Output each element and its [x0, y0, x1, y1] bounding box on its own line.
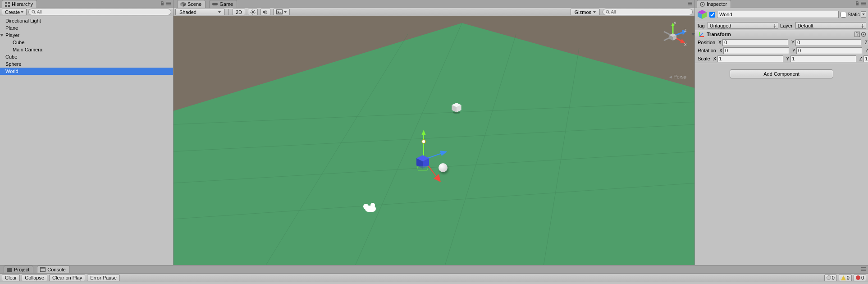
tab-project[interactable]: Project — [4, 266, 33, 273]
hierarchy-tree[interactable]: Directional LightPlanePlayerCubeMain Cam… — [0, 16, 173, 265]
hierarchy-item[interactable]: Sphere — [0, 60, 173, 68]
2d-toggle[interactable]: 2D — [233, 9, 245, 15]
svg-rect-78 — [41, 268, 46, 272]
hierarchy-item[interactable]: Directional Light — [0, 17, 173, 24]
scale-y-field[interactable] — [790, 55, 856, 62]
console-toolbar: Clear Collapse Clear on Play Error Pause… — [0, 274, 868, 282]
folder-icon — [7, 267, 12, 272]
svg-point-8 — [32, 10, 35, 13]
gizmos-dropdown[interactable]: Gizmos — [571, 9, 600, 15]
axis-z-label: z — [684, 27, 687, 32]
hierarchy-tab-label: Hierarchy — [12, 1, 33, 7]
svg-rect-10 — [212, 3, 218, 5]
svg-marker-83 — [841, 275, 846, 280]
bottom-tab-row: Project Console — [0, 266, 868, 274]
add-component-button[interactable]: Add Component — [730, 69, 833, 78]
tag-dropdown[interactable]: Untagged‡ — [708, 22, 778, 29]
effects-toggle[interactable] — [273, 9, 290, 15]
axis-x-label: x — [684, 41, 687, 47]
scale-row: Scale X Y Z — [695, 55, 868, 63]
scale-x-field[interactable] — [717, 55, 783, 62]
shading-mode-label: Shaded — [179, 9, 196, 15]
svg-marker-50 — [417, 167, 428, 170]
scene-search-input[interactable] — [611, 9, 690, 14]
tab-hierarchy[interactable]: Hierarchy — [2, 0, 37, 8]
warn-count[interactable]: 0 — [839, 275, 852, 281]
game-icon — [212, 2, 218, 6]
hierarchy-item[interactable]: Main Camera — [0, 46, 173, 53]
tab-inspector[interactable]: Inspector — [697, 0, 731, 8]
shading-mode-dropdown[interactable]: Shaded — [175, 9, 225, 15]
svg-point-39 — [453, 112, 461, 114]
foldout-icon[interactable] — [1, 33, 5, 37]
clear-on-play-button[interactable]: Clear on Play — [49, 275, 85, 281]
scene-viewport[interactable]: y x z ◂ Persp — [174, 16, 694, 265]
hierarchy-item[interactable]: Cube — [0, 53, 173, 60]
static-checkbox[interactable] — [841, 12, 846, 18]
orientation-gizmo[interactable]: y x z — [658, 22, 687, 58]
lighting-toggle[interactable] — [248, 9, 258, 15]
layer-dropdown[interactable]: Default‡ — [795, 22, 866, 29]
axis-y-label: y — [674, 22, 676, 25]
panel-lock-icon[interactable] — [854, 1, 860, 6]
svg-rect-4 — [161, 3, 164, 5]
static-dropdown[interactable] — [861, 11, 866, 18]
hierarchy-toolbar: Create — [0, 8, 173, 16]
warn-count-value: 0 — [847, 275, 850, 280]
svg-line-21 — [251, 13, 251, 14]
svg-marker-43 — [440, 151, 447, 156]
svg-rect-80 — [861, 267, 866, 268]
hierarchy-item-label: World — [5, 69, 18, 74]
hierarchy-item-label: Main Camera — [13, 47, 42, 52]
panel-lock-icon[interactable] — [160, 1, 165, 6]
help-icon[interactable]: ? — [854, 32, 860, 37]
svg-text:?: ? — [856, 32, 859, 37]
info-count[interactable]: 0 — [824, 275, 837, 281]
position-x-field[interactable] — [722, 39, 788, 46]
panel-menu-icon[interactable] — [687, 1, 693, 6]
transform-header[interactable]: Transform ? — [695, 30, 868, 38]
panel-menu-icon[interactable] — [861, 266, 866, 272]
position-y-field[interactable] — [795, 39, 861, 46]
hierarchy-item-label: Player — [5, 32, 19, 38]
error-pause-button[interactable]: Error Pause — [87, 275, 120, 281]
position-label: Position — [698, 40, 715, 45]
panel-menu-icon[interactable] — [166, 1, 171, 6]
rotation-x-field[interactable] — [723, 47, 789, 54]
error-count[interactable]: 0 — [854, 275, 866, 281]
gameobject-name-field[interactable] — [717, 11, 839, 18]
hierarchy-search-input[interactable] — [37, 9, 168, 14]
chevron-down-icon — [218, 11, 221, 13]
y-label: Y — [791, 48, 795, 53]
perspective-label[interactable]: ◂ Persp — [669, 74, 686, 80]
gameobject-active-checkbox[interactable] — [709, 12, 715, 18]
hierarchy-item[interactable]: World — [0, 68, 173, 75]
hierarchy-item[interactable]: Cube — [0, 39, 173, 46]
hierarchy-item-label: Plane — [5, 25, 18, 31]
clear-button[interactable]: Clear — [2, 275, 20, 281]
hierarchy-search[interactable] — [28, 9, 171, 15]
tab-game[interactable]: Game — [209, 0, 237, 8]
separator — [228, 9, 229, 15]
position-row: Position X Y Z — [695, 38, 868, 46]
inspector-panel: Inspector Static Tag Untagged — [694, 0, 868, 265]
svg-rect-7 — [166, 5, 171, 5]
tab-console[interactable]: Console — [37, 266, 69, 273]
hierarchy-item[interactable]: Player — [0, 32, 173, 39]
panel-menu-icon[interactable] — [861, 1, 866, 6]
hierarchy-item[interactable]: Plane — [0, 24, 173, 32]
tab-scene[interactable]: Scene — [177, 0, 206, 8]
svg-line-73 — [699, 33, 703, 37]
scale-z-field[interactable] — [863, 55, 868, 62]
rotation-y-field[interactable] — [796, 47, 862, 54]
create-button[interactable]: Create — [2, 9, 27, 15]
audio-toggle[interactable] — [260, 9, 270, 15]
search-icon — [32, 10, 36, 14]
scene-tab-label: Scene — [187, 1, 201, 7]
svg-line-20 — [254, 13, 255, 14]
scene-sphere — [439, 163, 448, 172]
svg-point-77 — [863, 34, 864, 35]
gear-icon[interactable] — [861, 32, 866, 37]
collapse-button[interactable]: Collapse — [22, 275, 47, 281]
scene-search[interactable] — [603, 9, 693, 15]
